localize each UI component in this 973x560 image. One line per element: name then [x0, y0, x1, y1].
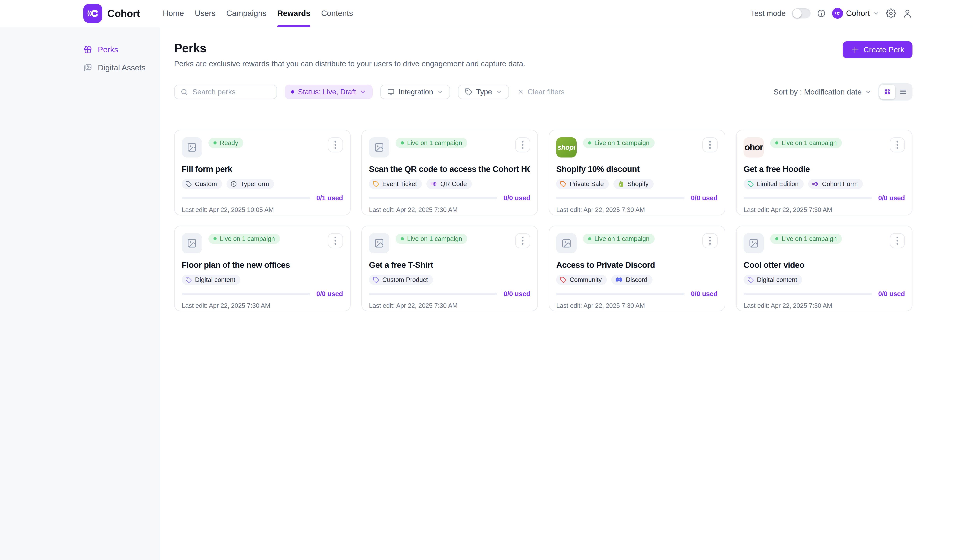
brand-name: Cohort: [107, 8, 140, 19]
status-dot-icon: [588, 142, 591, 145]
status-filter-dropdown[interactable]: Status: Live, Draft: [285, 85, 373, 99]
tag-icon: [560, 181, 567, 187]
nav-item-contents[interactable]: Contents: [321, 0, 353, 27]
test-mode-toggle[interactable]: [792, 8, 811, 18]
top-navigation-bar: Cohort Home Users Campaigns Rewards Cont…: [0, 0, 973, 27]
nav-item-campaigns[interactable]: Campaigns: [226, 0, 266, 27]
perk-thumbnail: [556, 233, 577, 253]
perk-thumbnail: [182, 233, 202, 253]
brand-logo[interactable]: Cohort: [83, 4, 140, 23]
type-filter-dropdown[interactable]: Type: [458, 85, 509, 99]
perk-title: Fill form perk: [182, 165, 343, 174]
perk-card[interactable]: Live on 1 campaign Get a free T-Shirt Cu…: [361, 225, 538, 311]
perk-tags: CommunityDiscord: [556, 275, 717, 285]
kebab-menu-button[interactable]: [328, 137, 343, 152]
list-icon: [899, 88, 907, 96]
perk-title: Access to Private Discord: [556, 260, 717, 270]
perk-thumbnail: [744, 233, 764, 253]
clear-filters-button[interactable]: Clear filters: [517, 88, 565, 96]
perk-thumbnail: [369, 233, 389, 253]
grid-view-button[interactable]: [879, 85, 895, 99]
sidebar: Perks Digital Assets: [0, 27, 160, 560]
perk-tags: Digital content: [744, 275, 905, 285]
usage-count: 0/0 used: [691, 290, 717, 298]
perk-tag: QR Code: [426, 179, 472, 189]
kebab-menu-button[interactable]: [702, 233, 717, 248]
kebab-menu-button[interactable]: [702, 137, 717, 152]
perk-card[interactable]: Live on 1 campaign Access to Private Dis…: [549, 225, 725, 311]
tag-icon: [560, 277, 567, 283]
image-placeholder-icon: [562, 238, 572, 248]
create-perk-button[interactable]: Create Perk: [843, 41, 913, 58]
perk-card[interactable]: Live on 1 campaign Scan the QR code to a…: [361, 130, 538, 215]
search-input[interactable]: [192, 88, 271, 96]
org-switcher[interactable]: Cohort: [832, 8, 879, 19]
perk-tag: Custom: [182, 179, 222, 189]
sidebar-item-label: Perks: [98, 45, 118, 54]
grid-icon: [883, 88, 891, 96]
user-account-icon[interactable]: [902, 8, 913, 18]
perk-thumbnail: [182, 137, 202, 158]
perk-tag: Private Sale: [556, 179, 609, 189]
perk-card[interactable]: ohor Live on 1 campaign Get a free Hoodi…: [736, 130, 913, 215]
perk-tags: CustomTypeForm: [182, 179, 343, 189]
perk-tag: Community: [556, 275, 607, 285]
last-edit-date: Last edit: Apr 22, 2025 7:30 AM: [556, 206, 717, 213]
perk-tag-label: Digital content: [757, 276, 797, 283]
usage-count: 0/0 used: [878, 290, 905, 298]
perk-tag: TypeForm: [227, 179, 274, 189]
close-icon: [517, 89, 524, 95]
typeform-icon: [230, 180, 237, 187]
perk-tags: Custom Product: [369, 275, 530, 285]
monitor-icon: [387, 88, 395, 96]
perk-card[interactable]: Live on 1 campaign Cool otter video Digi…: [736, 225, 913, 311]
perks-grid: Ready Fill form perk CustomTypeForm 0/1 …: [174, 130, 913, 311]
kebab-menu-button[interactable]: [328, 233, 343, 248]
perk-tag-label: Digital content: [195, 276, 235, 283]
sidebar-item-perks[interactable]: Perks: [83, 45, 160, 54]
list-view-button[interactable]: [895, 85, 911, 99]
kebab-menu-button[interactable]: [890, 233, 905, 248]
last-edit-date: Last edit: Apr 22, 2025 7:30 AM: [182, 302, 343, 309]
status-badge: Live on 1 campaign: [396, 138, 467, 148]
usage-progress-bar: [369, 293, 497, 295]
perk-card[interactable]: shopi Live on 1 campaign Shopify 10% dis…: [549, 130, 725, 215]
perk-tag-label: Custom Product: [383, 276, 428, 283]
kebab-menu-button[interactable]: [890, 137, 905, 152]
status-dot-icon: [775, 142, 778, 145]
image-placeholder-icon: [749, 238, 759, 248]
kebab-menu-button[interactable]: [515, 137, 530, 152]
sort-dropdown[interactable]: Sort by : Modification date: [774, 88, 872, 96]
status-dot-icon: [214, 142, 217, 145]
chevron-down-icon: [873, 10, 879, 17]
perk-card[interactable]: Ready Fill form perk CustomTypeForm 0/1 …: [174, 130, 351, 215]
usage-progress-bar: [744, 293, 872, 295]
settings-gear-icon[interactable]: [886, 8, 896, 18]
nav-item-home[interactable]: Home: [163, 0, 184, 27]
kebab-menu-button[interactable]: [515, 233, 530, 248]
sidebar-item-digital-assets[interactable]: Digital Assets: [83, 63, 160, 72]
main-nav: Home Users Campaigns Rewards Contents: [163, 0, 353, 27]
topbar-right-controls: Test mode Cohort: [751, 8, 913, 19]
tag-icon: [186, 277, 192, 283]
tag-icon: [186, 181, 192, 187]
tag-icon: [747, 277, 754, 283]
perk-title: Cool otter video: [744, 260, 905, 270]
perk-card[interactable]: Live on 1 campaign Floor plan of the new…: [174, 225, 351, 311]
status-dot-icon: [588, 237, 591, 240]
photos-icon: [83, 63, 92, 72]
perk-tags: Private SaleShopify: [556, 179, 717, 189]
image-placeholder-icon: [374, 142, 384, 152]
nav-item-users[interactable]: Users: [195, 0, 216, 27]
cohort-mark-icon: [812, 180, 819, 187]
org-name: Cohort: [846, 9, 870, 18]
nav-item-rewards[interactable]: Rewards: [277, 0, 310, 27]
search-icon: [181, 88, 188, 96]
org-avatar: [832, 8, 843, 19]
search-perks-field: [174, 85, 277, 99]
status-badge: Ready: [208, 138, 243, 148]
info-icon[interactable]: [817, 9, 826, 18]
integration-filter-dropdown[interactable]: Integration: [380, 85, 450, 99]
status-dot-icon: [401, 237, 404, 240]
image-placeholder-icon: [187, 142, 197, 152]
